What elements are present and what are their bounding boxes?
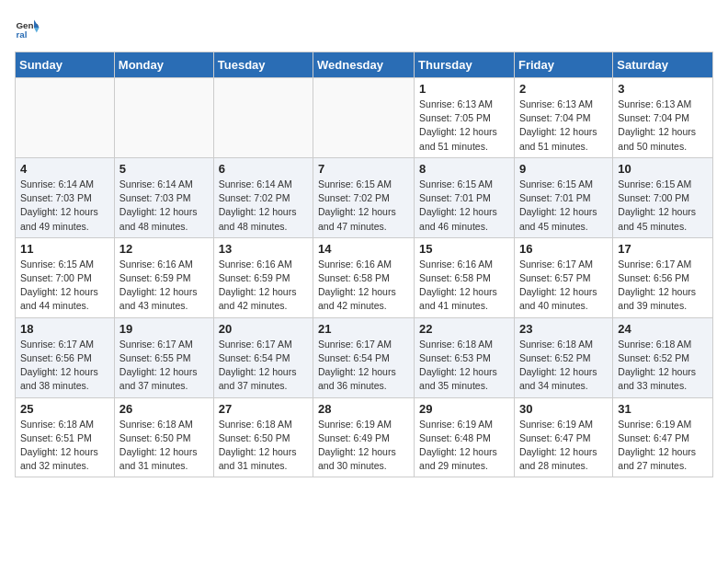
day-number: 16 (519, 242, 608, 256)
calendar-week-row: 1Sunrise: 6:13 AM Sunset: 7:05 PM Daylig… (16, 78, 713, 158)
day-of-week-header: Thursday (415, 52, 515, 78)
day-info: Sunrise: 6:19 AM Sunset: 6:48 PM Dayligh… (419, 418, 509, 474)
day-number: 17 (618, 242, 708, 256)
calendar-table: SundayMondayTuesdayWednesdayThursdayFrid… (15, 52, 713, 477)
day-info: Sunrise: 6:18 AM Sunset: 6:53 PM Dayligh… (419, 338, 509, 394)
day-info: Sunrise: 6:13 AM Sunset: 7:04 PM Dayligh… (618, 98, 708, 154)
day-info: Sunrise: 6:17 AM Sunset: 6:56 PM Dayligh… (618, 258, 708, 314)
day-number: 3 (618, 82, 708, 96)
calendar-cell: 6Sunrise: 6:14 AM Sunset: 7:02 PM Daylig… (213, 157, 313, 237)
calendar-cell: 21Sunrise: 6:17 AM Sunset: 6:54 PM Dayli… (313, 317, 415, 397)
calendar-cell: 9Sunrise: 6:15 AM Sunset: 7:01 PM Daylig… (514, 157, 612, 237)
calendar-cell: 25Sunrise: 6:18 AM Sunset: 6:51 PM Dayli… (16, 397, 115, 477)
day-number: 10 (618, 162, 708, 176)
day-number: 5 (119, 162, 209, 176)
calendar-cell: 31Sunrise: 6:19 AM Sunset: 6:47 PM Dayli… (613, 397, 713, 477)
day-info: Sunrise: 6:18 AM Sunset: 6:50 PM Dayligh… (119, 418, 209, 474)
calendar-cell: 20Sunrise: 6:17 AM Sunset: 6:54 PM Dayli… (213, 317, 313, 397)
calendar-cell: 23Sunrise: 6:18 AM Sunset: 6:52 PM Dayli… (514, 317, 612, 397)
calendar-cell: 4Sunrise: 6:14 AM Sunset: 7:03 PM Daylig… (16, 157, 115, 237)
day-info: Sunrise: 6:19 AM Sunset: 6:47 PM Dayligh… (618, 418, 708, 474)
calendar-week-row: 4Sunrise: 6:14 AM Sunset: 7:03 PM Daylig… (16, 157, 713, 237)
day-number: 11 (20, 242, 109, 256)
day-info: Sunrise: 6:14 AM Sunset: 7:03 PM Dayligh… (119, 178, 209, 234)
day-number: 13 (219, 242, 308, 256)
day-info: Sunrise: 6:13 AM Sunset: 7:04 PM Dayligh… (519, 98, 608, 154)
calendar-week-row: 25Sunrise: 6:18 AM Sunset: 6:51 PM Dayli… (16, 397, 713, 477)
day-info: Sunrise: 6:17 AM Sunset: 6:54 PM Dayligh… (318, 338, 409, 394)
day-number: 29 (419, 402, 509, 416)
calendar-cell: 8Sunrise: 6:15 AM Sunset: 7:01 PM Daylig… (415, 157, 515, 237)
calendar-cell: 19Sunrise: 6:17 AM Sunset: 6:55 PM Dayli… (114, 317, 213, 397)
day-number: 21 (318, 322, 409, 336)
day-info: Sunrise: 6:13 AM Sunset: 7:05 PM Dayligh… (419, 98, 509, 154)
day-number: 27 (219, 402, 308, 416)
calendar-cell: 13Sunrise: 6:16 AM Sunset: 6:59 PM Dayli… (213, 237, 313, 317)
calendar-cell: 30Sunrise: 6:19 AM Sunset: 6:47 PM Dayli… (514, 397, 612, 477)
day-number: 8 (419, 162, 509, 176)
page-header: Gene ral (15, 15, 713, 40)
calendar-cell (313, 78, 415, 158)
day-number: 18 (20, 322, 109, 336)
day-of-week-header: Friday (514, 52, 612, 78)
day-info: Sunrise: 6:15 AM Sunset: 7:02 PM Dayligh… (318, 178, 409, 234)
day-number: 2 (519, 82, 608, 96)
day-number: 19 (119, 322, 209, 336)
day-of-week-header: Monday (114, 52, 213, 78)
day-number: 23 (519, 322, 608, 336)
calendar-week-row: 18Sunrise: 6:17 AM Sunset: 6:56 PM Dayli… (16, 317, 713, 397)
day-number: 9 (519, 162, 608, 176)
day-number: 28 (318, 402, 409, 416)
calendar-cell: 26Sunrise: 6:18 AM Sunset: 6:50 PM Dayli… (114, 397, 213, 477)
day-info: Sunrise: 6:17 AM Sunset: 6:54 PM Dayligh… (219, 338, 308, 394)
day-info: Sunrise: 6:17 AM Sunset: 6:55 PM Dayligh… (119, 338, 209, 394)
calendar-cell: 1Sunrise: 6:13 AM Sunset: 7:05 PM Daylig… (415, 78, 515, 158)
calendar-cell (16, 78, 115, 158)
day-number: 1 (419, 82, 509, 96)
calendar-cell: 27Sunrise: 6:18 AM Sunset: 6:50 PM Dayli… (213, 397, 313, 477)
calendar-cell: 3Sunrise: 6:13 AM Sunset: 7:04 PM Daylig… (613, 78, 713, 158)
day-info: Sunrise: 6:16 AM Sunset: 6:59 PM Dayligh… (219, 258, 308, 314)
day-number: 7 (318, 162, 409, 176)
day-of-week-header: Sunday (16, 52, 115, 78)
calendar-cell: 16Sunrise: 6:17 AM Sunset: 6:57 PM Dayli… (514, 237, 612, 317)
calendar-cell: 24Sunrise: 6:18 AM Sunset: 6:52 PM Dayli… (613, 317, 713, 397)
day-number: 12 (119, 242, 209, 256)
calendar-cell: 28Sunrise: 6:19 AM Sunset: 6:49 PM Dayli… (313, 397, 415, 477)
day-info: Sunrise: 6:15 AM Sunset: 7:01 PM Dayligh… (419, 178, 509, 234)
day-of-week-header: Wednesday (313, 52, 415, 78)
calendar-cell: 10Sunrise: 6:15 AM Sunset: 7:00 PM Dayli… (613, 157, 713, 237)
day-number: 22 (419, 322, 509, 336)
day-info: Sunrise: 6:16 AM Sunset: 6:58 PM Dayligh… (419, 258, 509, 314)
day-number: 26 (119, 402, 209, 416)
calendar-cell (114, 78, 213, 158)
calendar-header-row: SundayMondayTuesdayWednesdayThursdayFrid… (16, 52, 713, 78)
calendar-cell: 12Sunrise: 6:16 AM Sunset: 6:59 PM Dayli… (114, 237, 213, 317)
day-of-week-header: Tuesday (213, 52, 313, 78)
calendar-cell: 15Sunrise: 6:16 AM Sunset: 6:58 PM Dayli… (415, 237, 515, 317)
calendar-cell (213, 78, 313, 158)
calendar-week-row: 11Sunrise: 6:15 AM Sunset: 7:00 PM Dayli… (16, 237, 713, 317)
day-number: 30 (519, 402, 608, 416)
day-of-week-header: Saturday (613, 52, 713, 78)
day-info: Sunrise: 6:15 AM Sunset: 7:00 PM Dayligh… (618, 178, 708, 234)
day-info: Sunrise: 6:19 AM Sunset: 6:47 PM Dayligh… (519, 418, 608, 474)
day-number: 24 (618, 322, 708, 336)
day-info: Sunrise: 6:16 AM Sunset: 6:58 PM Dayligh… (318, 258, 409, 314)
calendar-cell: 17Sunrise: 6:17 AM Sunset: 6:56 PM Dayli… (613, 237, 713, 317)
day-info: Sunrise: 6:18 AM Sunset: 6:50 PM Dayligh… (219, 418, 308, 474)
day-number: 14 (318, 242, 409, 256)
day-info: Sunrise: 6:17 AM Sunset: 6:56 PM Dayligh… (20, 338, 109, 394)
day-number: 31 (618, 402, 708, 416)
day-number: 6 (219, 162, 308, 176)
day-number: 4 (20, 162, 109, 176)
calendar-cell: 7Sunrise: 6:15 AM Sunset: 7:02 PM Daylig… (313, 157, 415, 237)
day-number: 20 (219, 322, 308, 336)
logo: Gene ral (15, 15, 44, 40)
day-info: Sunrise: 6:19 AM Sunset: 6:49 PM Dayligh… (318, 418, 409, 474)
day-info: Sunrise: 6:18 AM Sunset: 6:51 PM Dayligh… (20, 418, 109, 474)
day-info: Sunrise: 6:15 AM Sunset: 7:00 PM Dayligh… (20, 258, 109, 314)
day-info: Sunrise: 6:14 AM Sunset: 7:03 PM Dayligh… (20, 178, 109, 234)
calendar-cell: 22Sunrise: 6:18 AM Sunset: 6:53 PM Dayli… (415, 317, 515, 397)
calendar-cell: 11Sunrise: 6:15 AM Sunset: 7:00 PM Dayli… (16, 237, 115, 317)
